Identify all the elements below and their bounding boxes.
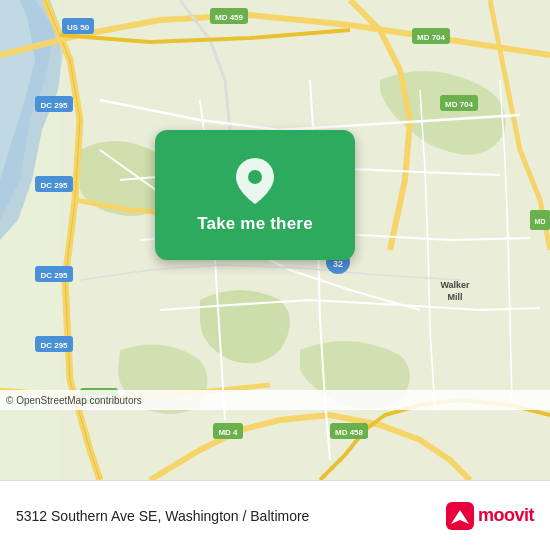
bottom-bar: 5312 Southern Ave SE, Washington / Balti… bbox=[0, 480, 550, 550]
svg-text:MD 704: MD 704 bbox=[445, 100, 474, 109]
svg-text:MD 4: MD 4 bbox=[218, 428, 238, 437]
svg-text:DC 295: DC 295 bbox=[40, 271, 68, 280]
svg-text:DC 295: DC 295 bbox=[40, 101, 68, 110]
svg-text:MD 704: MD 704 bbox=[417, 33, 446, 42]
svg-text:MD 459: MD 459 bbox=[215, 13, 244, 22]
svg-text:Walker: Walker bbox=[440, 280, 470, 290]
attribution-text: © OpenStreetMap contributors bbox=[6, 395, 142, 406]
take-me-there-label: Take me there bbox=[197, 214, 313, 234]
svg-point-30 bbox=[248, 170, 262, 184]
svg-text:MD 458: MD 458 bbox=[335, 428, 364, 437]
location-pin-icon bbox=[230, 156, 280, 206]
map-container: DC 295 DC 295 DC 295 DC 295 US 50 MD 459… bbox=[0, 0, 550, 480]
address-text: 5312 Southern Ave SE, Washington / Balti… bbox=[16, 508, 446, 524]
svg-text:Mill: Mill bbox=[448, 292, 463, 302]
svg-text:MD: MD bbox=[535, 218, 546, 225]
moovit-icon bbox=[446, 502, 474, 530]
moovit-label: moovit bbox=[478, 505, 534, 526]
svg-text:US 50: US 50 bbox=[67, 23, 90, 32]
svg-text:DC 295: DC 295 bbox=[40, 181, 68, 190]
attribution-bar: © OpenStreetMap contributors bbox=[0, 390, 550, 410]
moovit-logo: moovit bbox=[446, 502, 534, 530]
svg-text:DC 295: DC 295 bbox=[40, 341, 68, 350]
action-card[interactable]: Take me there bbox=[155, 130, 355, 260]
svg-text:32: 32 bbox=[333, 259, 343, 269]
